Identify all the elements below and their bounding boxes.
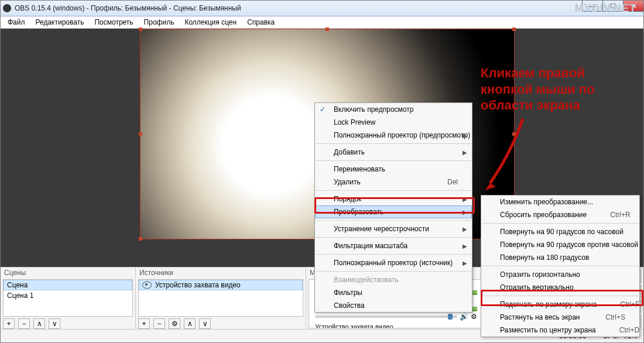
context-submenu-item[interactable]: Изменить преобразование... bbox=[481, 195, 639, 208]
scene-up-button[interactable]: ∧ bbox=[33, 318, 45, 329]
context-menu-item[interactable]: Устранение чересстрочности▶ bbox=[315, 222, 472, 235]
scene-item[interactable]: Сцена 1 bbox=[4, 290, 132, 301]
titlebar: OBS 0.15.4 (windows) - Профиль: Безымянн… bbox=[1, 1, 643, 16]
context-menu-item[interactable]: Преобразовать▶ bbox=[315, 205, 472, 218]
resize-handle[interactable] bbox=[512, 132, 516, 136]
context-menu-item-label: Порядок bbox=[334, 195, 361, 203]
context-menu-item-label: Фильтрация масштаба bbox=[334, 242, 407, 250]
close-button[interactable]: ✕ bbox=[624, 0, 644, 12]
sources-list[interactable]: Устройство захвата видео bbox=[138, 279, 303, 317]
check-icon: ✓ bbox=[320, 105, 326, 114]
resize-handle[interactable] bbox=[139, 237, 142, 241]
mixer-track: Устройство захвата видео bbox=[311, 322, 481, 328]
scenes-panel: Сцены Сцена Сцена 1 + − ∧ ∨ bbox=[1, 267, 136, 330]
context-menu-item[interactable]: ✓Включить предпросмотр bbox=[315, 103, 472, 116]
remove-scene-button[interactable]: − bbox=[18, 318, 30, 329]
context-submenu-item-label: Изменить преобразование... bbox=[500, 198, 593, 206]
submenu-arrow-icon: ▶ bbox=[463, 226, 467, 232]
context-menu-item-label: Полноэкранный проектор (источник) bbox=[334, 259, 453, 267]
context-menu-item-label: Переименовать bbox=[334, 165, 385, 173]
context-submenu-item-label: Разместить по центру экрана bbox=[500, 326, 596, 334]
resize-handle[interactable] bbox=[139, 132, 142, 136]
maximize-button[interactable]: ☐ bbox=[603, 0, 624, 12]
context-menu-item[interactable]: Добавить▶ bbox=[315, 146, 472, 159]
volume-slider[interactable] bbox=[315, 315, 457, 318]
sources-header: Источники bbox=[139, 269, 173, 277]
context-menu-item-label: Полноэкранный проектор (предпросмотр) bbox=[334, 131, 470, 139]
accelerator-label: Ctrl+S bbox=[582, 313, 625, 321]
menu-profile[interactable]: Профиль bbox=[139, 17, 179, 28]
menubar: Файл Редактировать Посмотреть Профиль Ко… bbox=[1, 16, 643, 29]
menu-edit[interactable]: Редактировать bbox=[31, 17, 89, 28]
menu-help[interactable]: Справка bbox=[242, 17, 279, 28]
context-menu-item-label: Удалить bbox=[334, 178, 361, 186]
context-submenu-transform[interactable]: Изменить преобразование...Сбросить преоб… bbox=[481, 195, 640, 337]
context-submenu-item[interactable]: Повернуть на 90 градусов по часовой bbox=[481, 225, 639, 238]
context-submenu-item[interactable]: Повернуть на 90 градусов против часовой bbox=[481, 238, 639, 251]
remove-source-button[interactable]: − bbox=[153, 318, 165, 329]
mixer-track-label: Устройство захвата видео bbox=[315, 323, 477, 328]
add-source-button[interactable]: + bbox=[138, 318, 150, 329]
source-up-button[interactable]: ∧ bbox=[184, 318, 196, 329]
submenu-arrow-icon: ▶ bbox=[463, 132, 467, 139]
context-menu-item[interactable]: Lock Preview bbox=[315, 116, 472, 129]
context-submenu-item-label: Повернуть на 90 градусов против часовой bbox=[500, 241, 638, 249]
context-submenu-item-label: Сбросить преобразование bbox=[500, 211, 587, 219]
context-submenu-item-label: Подогнать по размеру экрана bbox=[500, 300, 597, 308]
submenu-arrow-icon: ▶ bbox=[463, 260, 467, 266]
source-settings-button[interactable]: ⚙ bbox=[169, 318, 180, 329]
context-submenu-item-label: Повернуть на 90 градусов по часовой bbox=[500, 228, 624, 236]
speaker-icon[interactable]: 🔊 bbox=[460, 313, 468, 321]
context-submenu-item-label: Растянуть на весь экран bbox=[500, 313, 580, 321]
accelerator-label: Ctrl+F bbox=[597, 300, 639, 308]
scene-down-button[interactable]: ∨ bbox=[49, 318, 60, 329]
accelerator-label: Ctrl+R bbox=[587, 211, 630, 219]
app-window: MYDIV.NET OBS 0.15.4 (windows) - Профиль… bbox=[0, 0, 644, 343]
context-submenu-item[interactable]: Отразить вертикально bbox=[481, 281, 639, 294]
context-menu-item[interactable]: Порядок▶ bbox=[315, 193, 472, 205]
app-icon bbox=[3, 4, 11, 12]
context-submenu-item[interactable]: Повернуть на 180 градусов bbox=[481, 251, 639, 264]
context-menu-item-label: Добавить bbox=[334, 148, 365, 156]
submenu-arrow-icon: ▶ bbox=[463, 243, 467, 249]
context-menu-item: Взаимодействовать bbox=[315, 273, 472, 286]
context-menu-item-label: Взаимодействовать bbox=[334, 276, 399, 284]
scenes-header: Сцены bbox=[4, 269, 26, 277]
context-submenu-item[interactable]: Подогнать по размеру экранаCtrl+F bbox=[481, 298, 639, 311]
context-menu-item[interactable]: УдалитьDel bbox=[315, 176, 472, 188]
context-menu-item[interactable]: Фильтрация масштаба▶ bbox=[315, 239, 472, 252]
scenes-list[interactable]: Сцена Сцена 1 bbox=[3, 279, 133, 317]
resize-handle[interactable] bbox=[512, 28, 516, 31]
source-item[interactable]: Устройство захвата видео bbox=[139, 280, 303, 290]
context-submenu-item[interactable]: Отразить горизонтально bbox=[481, 268, 639, 281]
context-menu-item[interactable]: Фильтры bbox=[315, 286, 472, 299]
menu-view[interactable]: Посмотреть bbox=[90, 17, 138, 28]
scene-item[interactable]: Сцена bbox=[4, 280, 132, 290]
resize-handle[interactable] bbox=[139, 28, 142, 31]
mixer-track-gear-icon[interactable]: ⚙ bbox=[471, 313, 477, 321]
source-down-button[interactable]: ∨ bbox=[199, 318, 211, 329]
context-menu-item[interactable]: Переименовать bbox=[315, 163, 472, 176]
context-menu-item-label: Устранение чересстрочности bbox=[334, 225, 429, 233]
context-submenu-item-label: Отразить вертикально bbox=[500, 283, 574, 291]
context-menu-item[interactable]: Полноэкранный проектор (предпросмотр)▶ bbox=[315, 129, 472, 142]
context-menu-item-label: Преобразовать bbox=[334, 208, 383, 216]
menu-file[interactable]: Файл bbox=[3, 17, 30, 28]
visibility-eye-icon[interactable] bbox=[142, 282, 152, 289]
context-submenu-item[interactable]: Сбросить преобразованиеCtrl+R bbox=[481, 208, 639, 221]
context-menu-item[interactable]: Свойства bbox=[315, 299, 472, 312]
context-submenu-item[interactable]: Растянуть на весь экранCtrl+S bbox=[481, 311, 639, 324]
minimize-button[interactable]: — bbox=[582, 0, 603, 12]
context-menu-item-label: Lock Preview bbox=[334, 118, 375, 126]
context-menu-item-label: Свойства bbox=[334, 301, 365, 310]
sources-panel: Источники Устройство захвата видео + − ⚙… bbox=[136, 267, 306, 330]
resize-handle[interactable] bbox=[326, 28, 329, 31]
context-menu[interactable]: ✓Включить предпросмотрLock PreviewПолноэ… bbox=[314, 102, 472, 313]
context-submenu-item[interactable]: Разместить по центру экранаCtrl+D bbox=[481, 324, 639, 337]
submenu-arrow-icon: ▶ bbox=[463, 149, 467, 156]
menu-scene-collection[interactable]: Коллекция сцен bbox=[180, 17, 241, 28]
accelerator-label: Del bbox=[424, 178, 458, 186]
context-menu-item[interactable]: Полноэкранный проектор (источник)▶ bbox=[315, 256, 472, 269]
add-scene-button[interactable]: + bbox=[3, 318, 15, 329]
context-menu-item-label: Включить предпросмотр bbox=[334, 105, 413, 114]
